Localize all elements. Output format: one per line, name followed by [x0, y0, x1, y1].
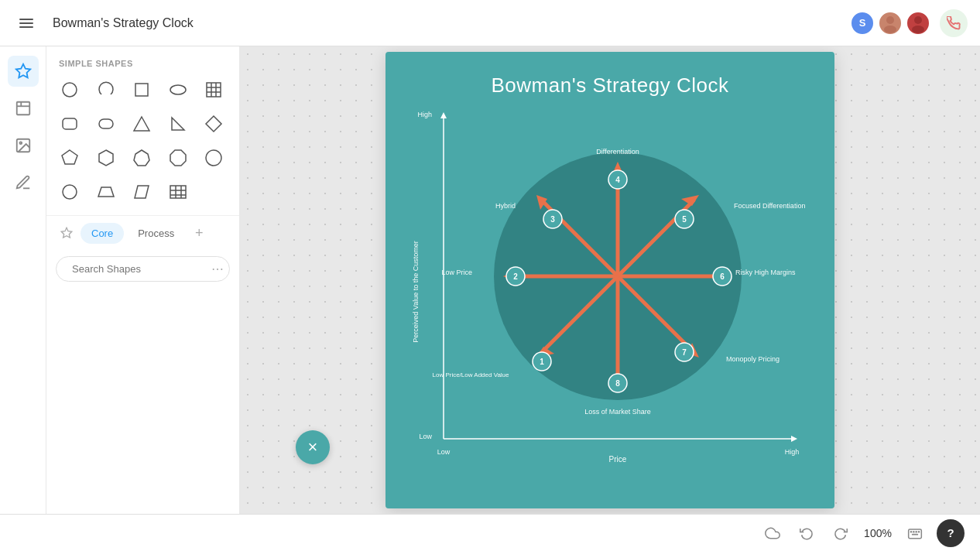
svg-marker-29 [170, 150, 186, 166]
svg-text:Low: Low [437, 448, 451, 456]
keyboard-shortcut-icon[interactable] [903, 521, 927, 546]
nonagon-shape[interactable] [198, 142, 229, 173]
svg-text:Low Price: Low Price [441, 269, 472, 276]
menu-button[interactable] [12, 9, 40, 37]
search-more-button[interactable]: ⋯ [208, 262, 227, 276]
grid-shape[interactable] [198, 74, 229, 105]
svg-rect-21 [63, 118, 77, 129]
svg-text:1: 1 [540, 358, 544, 366]
svg-rect-22 [99, 119, 113, 128]
zoom-level: 100% [862, 527, 893, 539]
svg-marker-28 [134, 150, 149, 166]
svg-marker-33 [135, 186, 149, 198]
svg-point-12 [19, 142, 22, 144]
svg-text:High: High [417, 111, 432, 118]
rounded-rect-shape[interactable] [54, 108, 85, 139]
call-button[interactable] [940, 9, 968, 37]
cloud-save-icon[interactable] [760, 521, 785, 546]
tab-core[interactable]: Core [81, 223, 124, 244]
svg-text:Monopoly Pricing: Monopoly Pricing [726, 355, 780, 363]
shapes-tool-button[interactable] [8, 56, 39, 87]
avatar-a [878, 11, 903, 36]
svg-text:Differentiation: Differentiation [596, 148, 639, 156]
svg-marker-39 [61, 228, 71, 238]
svg-text:6: 6 [720, 272, 725, 281]
heptagon-shape[interactable] [126, 142, 157, 173]
strategy-clock-chart: Perceived Value to the Customer Low Pric… [401, 98, 819, 493]
svg-text:High: High [785, 448, 800, 456]
collaborators: S [850, 9, 968, 37]
document-title[interactable] [53, 16, 207, 30]
bottom-bar: 100% ? [0, 514, 980, 551]
add-tab-button[interactable]: + [188, 222, 210, 244]
svg-text:Perceived Value to the Custome: Perceived Value to the Customer [412, 241, 420, 342]
undo-button[interactable] [794, 521, 819, 546]
right-triangle-shape[interactable] [163, 108, 194, 139]
svg-rect-14 [135, 84, 148, 96]
frame-tool-button[interactable] [8, 93, 39, 124]
main-content: SIMPLE SHAPES [0, 46, 980, 514]
svg-marker-32 [98, 187, 114, 197]
svg-marker-23 [134, 117, 149, 131]
sidebar-icons [0, 46, 46, 514]
triangle-shape[interactable] [126, 108, 157, 139]
svg-marker-44 [440, 112, 447, 118]
svg-text:Low: Low [419, 433, 432, 440]
svg-text:Hybrid: Hybrid [495, 202, 516, 210]
svg-text:Low Price/Low Added Value: Low Price/Low Added Value [432, 371, 509, 378]
svg-text:Loss of Market Share: Loss of Market Share [584, 408, 651, 416]
svg-text:Price: Price [609, 455, 627, 464]
svg-text:5: 5 [682, 215, 687, 224]
slide-title: Bowman's Strategy Clock [385, 52, 834, 98]
simple-shapes-header: SIMPLE SHAPES [46, 46, 239, 74]
canvas-area[interactable]: Bowman's Strategy Clock Perceived Value … [240, 46, 980, 514]
avatar-s: S [850, 11, 875, 36]
hexagon-shape[interactable] [91, 142, 122, 173]
search-bar: ⋯ [56, 256, 230, 282]
svg-text:8: 8 [615, 379, 620, 388]
svg-text:3: 3 [550, 215, 555, 224]
tab-icon-shapes[interactable] [56, 222, 77, 244]
svg-marker-25 [206, 116, 221, 132]
svg-text:4: 4 [615, 176, 620, 184]
pentagon-shape[interactable] [54, 142, 85, 173]
rounded-rect2-shape[interactable] [91, 108, 122, 139]
ellipse-shape[interactable] [163, 74, 194, 105]
circle-shape[interactable] [54, 74, 85, 105]
svg-text:2: 2 [513, 272, 518, 281]
diagram-slide: Bowman's Strategy Clock Perceived Value … [385, 52, 834, 508]
diamond-shape[interactable] [198, 108, 229, 139]
topbar: S [0, 0, 980, 46]
svg-rect-16 [207, 83, 221, 97]
search-input[interactable] [72, 263, 202, 275]
shapes-grid [46, 74, 239, 215]
svg-rect-34 [170, 186, 186, 198]
tab-process[interactable]: Process [127, 223, 185, 244]
svg-point-30 [206, 150, 221, 166]
close-panel-button[interactable]: × [296, 430, 330, 464]
draw-tool-button[interactable] [8, 167, 39, 198]
redo-button[interactable] [828, 521, 853, 546]
circle2-shape[interactable] [54, 176, 85, 207]
octagon-shape[interactable] [163, 142, 194, 173]
trapezoid-shape[interactable] [91, 176, 122, 207]
parallelogram-shape[interactable] [126, 176, 157, 207]
svg-point-5 [914, 16, 922, 24]
svg-marker-26 [62, 150, 77, 164]
image-tool-button[interactable] [8, 130, 39, 161]
arc-shape[interactable] [91, 74, 122, 105]
svg-point-3 [886, 16, 894, 24]
svg-marker-24 [172, 118, 184, 130]
svg-marker-45 [791, 436, 797, 442]
svg-marker-7 [15, 64, 29, 77]
shape-tabs: Core Process + [46, 215, 239, 250]
svg-text:Focused Differentiation: Focused Differentiation [734, 202, 805, 210]
svg-point-6 [912, 26, 924, 33]
square-shape[interactable] [126, 74, 157, 105]
shapes-panel: SIMPLE SHAPES [46, 46, 240, 514]
svg-point-13 [63, 83, 77, 97]
help-button[interactable]: ? [937, 519, 965, 547]
svg-point-31 [63, 185, 77, 199]
table-shape[interactable] [163, 176, 194, 207]
svg-marker-27 [99, 150, 113, 166]
